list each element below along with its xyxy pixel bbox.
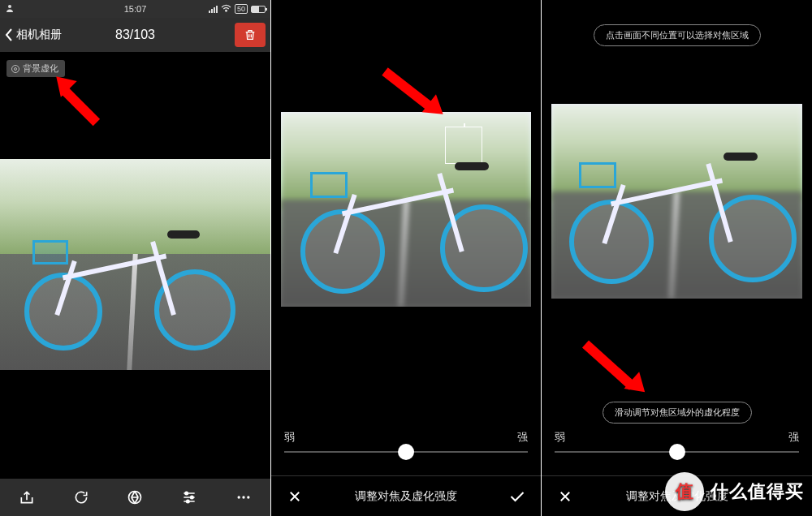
aperture-icon [11, 65, 19, 73]
close-icon [558, 489, 572, 504]
wifi-icon [221, 4, 231, 14]
slider-thumb[interactable] [669, 444, 685, 460]
tip-bottom: 滑动调节对焦区域外的虚化程度 [603, 402, 752, 424]
photo-canvas[interactable] [281, 112, 531, 307]
aperture-icon [127, 489, 143, 505]
svg-point-8 [247, 496, 249, 498]
nav-bar: 相机相册 83/103 [0, 18, 270, 52]
signal-icon [209, 6, 218, 13]
more-button[interactable] [221, 479, 266, 516]
svg-point-5 [187, 500, 189, 502]
blur-slider: 弱 强 [271, 430, 541, 453]
panel-edit-focus: 弱 强 调整对焦及虚化强度 [270, 0, 542, 516]
trash-icon [244, 28, 257, 42]
slider-thumb[interactable] [398, 444, 414, 460]
sliders-icon [181, 489, 197, 505]
panel-gallery: 15:07 50 相机相册 83/103 背景虚化 [0, 0, 270, 516]
svg-point-6 [237, 496, 240, 498]
rotate-icon [73, 489, 89, 505]
slider-weak-label: 弱 [555, 430, 565, 445]
svg-point-0 [8, 5, 11, 8]
bokeh-badge[interactable]: 背景虚化 [6, 60, 65, 77]
more-icon [235, 489, 252, 505]
delete-button[interactable] [235, 23, 266, 47]
blur-slider: 弱 强 [542, 430, 812, 453]
photo-canvas[interactable] [551, 104, 802, 299]
slider-track[interactable] [555, 451, 799, 453]
edit-mode-label: 调整对焦及虚化强度 [271, 489, 541, 504]
cancel-button[interactable] [553, 484, 577, 509]
share-icon [19, 489, 35, 505]
panel-edit-tips: 点击画面不同位置可以选择对焦区域 滑动调节对焦区域外的虚化程度 弱 强 调整对焦… [542, 0, 812, 516]
share-button[interactable] [4, 479, 50, 516]
slider-weak-label: 弱 [284, 430, 295, 445]
adjust-button[interactable] [166, 479, 212, 516]
cancel-button[interactable] [283, 484, 307, 509]
bokeh-badge-label: 背景虚化 [23, 62, 58, 75]
watermark-badge: 值 [665, 472, 704, 511]
annotation-arrow-1 [49, 70, 114, 135]
photo-preview[interactable] [0, 159, 270, 370]
slider-strong-label: 强 [788, 430, 799, 445]
back-label: 相机相册 [16, 28, 62, 42]
svg-point-7 [242, 496, 244, 498]
bottom-toolbar [0, 479, 270, 516]
net-badge: 50 [235, 4, 248, 14]
check-icon [509, 490, 525, 503]
svg-point-1 [226, 10, 227, 11]
tip-top: 点击画面不同位置可以选择对焦区域 [594, 24, 761, 46]
status-bar: 15:07 50 [0, 0, 270, 18]
back-button[interactable]: 相机相册 [5, 28, 62, 42]
edit-bottom-bar: 调整对焦及虚化强度 [271, 475, 541, 516]
battery-icon [251, 6, 266, 13]
watermark: 值 什么值得买 [665, 472, 804, 511]
close-icon [287, 489, 302, 504]
slider-track[interactable] [284, 451, 528, 453]
watermark-text: 什么值得买 [710, 479, 804, 504]
aperture-button[interactable] [112, 479, 158, 516]
rotate-button[interactable] [58, 479, 104, 516]
confirm-button[interactable] [505, 484, 529, 509]
svg-point-4 [191, 496, 193, 498]
slider-strong-label: 强 [517, 430, 528, 445]
svg-point-3 [185, 492, 188, 494]
profile-icon [5, 3, 15, 15]
